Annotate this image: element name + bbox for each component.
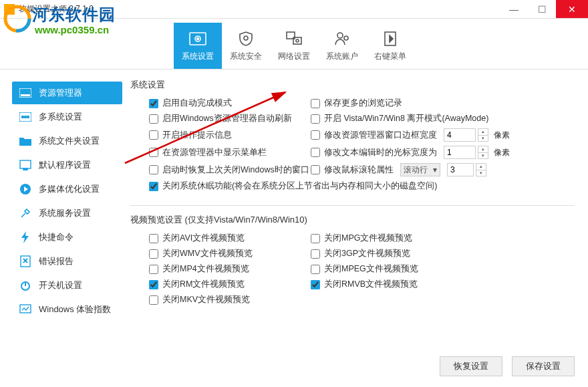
sidebar-item-label: 错误报告 — [39, 255, 74, 267]
check-cursor-width[interactable]: 修改文本编辑时的光标宽度为 — [311, 147, 437, 158]
user-icon — [331, 29, 353, 48]
svg-point-10 — [344, 36, 348, 40]
check-mpg[interactable]: 关闭MPG文件视频预览 — [311, 233, 412, 244]
sidebar-item-error[interactable]: 错误报告 — [12, 250, 122, 273]
scroll-mode-select[interactable]: 滚动行 ▾ — [400, 163, 440, 176]
tab-label: 系统安全 — [230, 51, 262, 62]
sidebar-item-explorer[interactable]: 资源管理器 — [12, 82, 122, 104]
titlebar: 软媒设置大师 3.7.1.0 — ☐ ✕ — [0, 0, 588, 19]
minimize-button[interactable]: — — [500, 0, 528, 18]
check-mkv[interactable]: 关闭MKV文件视频预览 — [149, 294, 250, 305]
check-save-history[interactable]: 保存更多的浏览记录 — [311, 98, 402, 109]
check-avi[interactable]: 关闭AVI文件视频预览 — [149, 233, 245, 244]
sidebar-item-label: 资源管理器 — [39, 87, 82, 99]
media-icon — [19, 182, 32, 196]
error-icon — [19, 255, 32, 268]
check-explorer-autorefresh[interactable]: 启用Windows资源管理器自动刷新 — [149, 113, 292, 124]
gear-window-icon — [187, 29, 208, 48]
stepper[interactable]: ▴▾ — [478, 128, 488, 142]
app-icon — [4, 4, 15, 15]
footer-buttons: 恢复设置 保存设置 — [440, 356, 575, 376]
network-icon — [283, 29, 305, 48]
video-preview-group: 视频预览设置 (仅支持Vista/Win7/Win8/Win10) 关闭AVI文… — [130, 214, 575, 319]
group-title: 系统设置 — [130, 79, 575, 91]
shortcut-icon — [19, 231, 32, 244]
default-prog-icon — [19, 158, 32, 172]
window-title: 软媒设置大师 3.7.1.0 — [19, 3, 500, 15]
tab-system-settings[interactable]: 系统设置 — [174, 23, 222, 69]
tab-label: 系统设置 — [182, 51, 214, 62]
svg-point-9 — [337, 33, 343, 38]
tab-label: 网络设置 — [278, 51, 310, 62]
svg-point-8 — [296, 39, 299, 42]
sidebar-item-label: 系统服务设置 — [39, 207, 91, 219]
service-icon — [19, 207, 32, 220]
tab-context-menu[interactable]: 右键菜单 — [366, 23, 414, 69]
tab-label: 系统账户 — [326, 51, 358, 62]
sidebar-item-multios[interactable]: 多系统设置 — [12, 106, 122, 128]
check-3gp[interactable]: 关闭3GP文件视频预览 — [311, 248, 410, 259]
sidebar-item-default-prog[interactable]: 默认程序设置 — [12, 154, 122, 176]
border-width-input[interactable] — [444, 128, 476, 142]
sidebar-item-label: 系统文件夹设置 — [39, 135, 100, 147]
top-nav: 系统设置 系统安全 网络设置 系统账户 右键菜单 — [0, 19, 588, 70]
svg-rect-13 — [21, 94, 30, 96]
svg-rect-23 — [20, 305, 31, 313]
close-button[interactable]: ✕ — [556, 0, 588, 18]
maximize-button[interactable]: ☐ — [528, 0, 556, 18]
sidebar-item-label: 快捷命令 — [39, 231, 74, 243]
svg-point-15 — [22, 116, 24, 118]
multi-os-icon — [19, 110, 32, 124]
stepper[interactable]: ▴▾ — [476, 163, 486, 176]
svg-rect-19 — [23, 168, 27, 170]
restore-button[interactable]: 恢复设置 — [440, 356, 502, 376]
check-mpeg[interactable]: 关闭MPEG文件视频预览 — [311, 263, 418, 275]
sidebar-item-label: Windows 体验指数 — [39, 303, 111, 315]
check-show-menubar[interactable]: 在资源管理器中显示菜单栏 — [149, 147, 267, 158]
sidebar-item-shortcut[interactable]: 快捷命令 — [12, 226, 122, 249]
cursor-width-input[interactable] — [444, 146, 476, 159]
power-icon — [19, 279, 32, 292]
content-area: 系统设置 启用自动完成模式 保存更多的浏览记录 启用Windows资源管理器自动… — [130, 70, 588, 387]
check-scroll-wheel[interactable]: 修改鼠标滚轮属性 — [311, 164, 394, 176]
tab-label: 右键菜单 — [374, 51, 406, 62]
tab-system-account[interactable]: 系统账户 — [318, 23, 366, 69]
sidebar-item-label: 多系统设置 — [39, 111, 82, 123]
tab-network-settings[interactable]: 网络设置 — [270, 23, 318, 69]
explorer-icon — [19, 86, 32, 100]
stepper[interactable]: ▴▾ — [478, 146, 488, 159]
tab-system-security[interactable]: 系统安全 — [222, 23, 270, 69]
sidebar-item-label: 开关机设置 — [39, 279, 82, 291]
sidebar-item-sysfolder[interactable]: 系统文件夹设置 — [12, 130, 122, 152]
check-operation-tips[interactable]: 开启操作提示信息 — [149, 130, 232, 141]
group-title: 视频预览设置 (仅支持Vista/Win7/Win8/Win10) — [130, 214, 575, 226]
sidebar-item-media[interactable]: 多媒体优化设置 — [12, 178, 122, 201]
check-border-width[interactable]: 修改资源管理器窗口边框宽度 — [311, 130, 437, 141]
sidebar: 资源管理器 多系统设置 系统文件夹设置 默认程序设置 多媒体优化设置 系统服务设… — [0, 70, 130, 387]
shield-icon — [235, 29, 257, 48]
sidebar-item-power[interactable]: 开关机设置 — [12, 274, 122, 297]
system-settings-group: 系统设置 启用自动完成模式 保存更多的浏览记录 启用Windows资源管理器自动… — [130, 79, 575, 206]
check-rmvb[interactable]: 关闭RMVB文件视频预览 — [311, 279, 418, 290]
svg-point-16 — [25, 116, 27, 118]
sysfolder-icon — [19, 134, 32, 148]
check-mp4[interactable]: 关闭MP4文件视频预览 — [149, 263, 249, 275]
context-menu-icon — [380, 29, 401, 48]
check-disable-hibernate[interactable]: 关闭系统休眠功能(将会在系统分区上节省出与内存相同大小的磁盘空间) — [149, 180, 437, 192]
svg-rect-18 — [20, 160, 31, 168]
sidebar-item-label: 多媒体优化设置 — [39, 183, 100, 195]
check-restore-windows[interactable]: 启动时恢复上次关闭Windows时的窗口 — [149, 164, 309, 176]
check-rm[interactable]: 关闭RM文件视频预览 — [149, 279, 245, 290]
svg-point-4 — [197, 38, 199, 40]
svg-point-17 — [27, 116, 29, 118]
check-wmv[interactable]: 关闭WMV文件视频预览 — [149, 248, 253, 259]
check-away-mode[interactable]: 开启 Vista/Win7/Win8 离开模式(AwayMode) — [311, 113, 488, 124]
scroll-lines-input[interactable] — [447, 163, 474, 176]
save-button[interactable]: 保存设置 — [512, 356, 575, 376]
check-autocomplete[interactable]: 启用自动完成模式 — [149, 98, 232, 109]
sidebar-item-label: 默认程序设置 — [39, 159, 91, 171]
experience-icon — [19, 303, 32, 316]
sidebar-item-service[interactable]: 系统服务设置 — [12, 202, 122, 225]
sidebar-item-experience[interactable]: Windows 体验指数 — [12, 298, 122, 321]
svg-point-5 — [244, 36, 248, 40]
